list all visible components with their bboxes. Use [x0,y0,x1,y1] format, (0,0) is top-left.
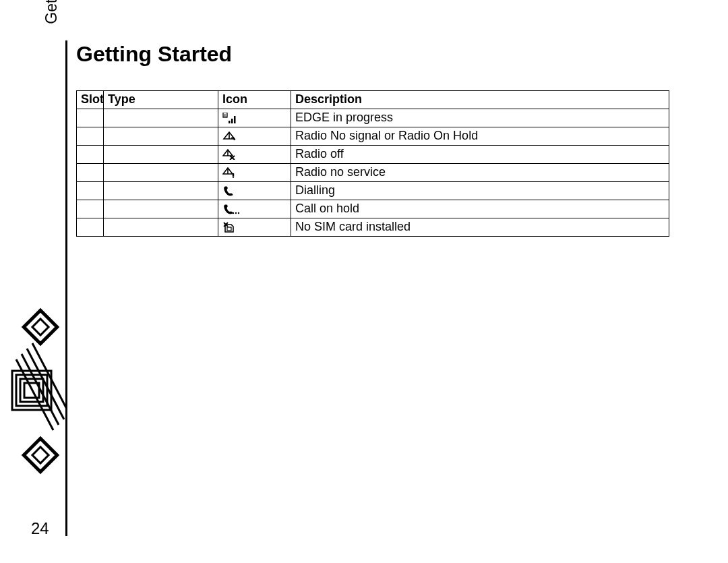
svg-point-17 [238,212,239,213]
cell-type [104,218,218,237]
cell-desc: No SIM card installed [291,218,669,237]
table-row: Dialling [77,182,669,200]
document-page: Getting Started Getting Started Slot Typ… [0,0,728,563]
th-type: Type [104,91,218,109]
cell-slot [77,127,104,146]
table-row: No SIM card installed [77,218,669,237]
edge-progress-icon: E [222,113,237,123]
cell-desc: Dialling [291,182,669,200]
side-tab-label: Getting Started [42,0,61,41]
table-row: Radio no service [77,164,669,182]
table-header-row: Slot Type Icon Description [77,91,669,109]
cell-icon [218,164,291,182]
cell-icon [218,146,291,164]
cell-type [104,127,218,146]
svg-rect-18 [227,227,231,231]
table-row: Radio off [77,146,669,164]
page-number: 24 [31,519,49,538]
cell-icon [218,127,291,146]
cell-slot [77,200,104,218]
cell-type [104,109,218,127]
icon-table: Slot Type Icon Description E [76,90,669,237]
page-title: Getting Started [76,42,232,67]
cell-icon: E [218,109,291,127]
svg-text:E: E [224,113,226,117]
cell-desc: Call on hold [291,200,669,218]
cell-slot [77,218,104,237]
cell-icon [218,218,291,237]
table-row: E EDGE in progress [77,109,669,127]
cell-type [104,182,218,200]
svg-rect-3 [231,119,233,123]
svg-point-15 [233,212,234,213]
svg-point-16 [235,212,237,213]
cell-desc: Radio off [291,146,669,164]
decorative-ornament [8,307,66,482]
radio-off-icon [222,149,236,160]
table-row: Radio No signal or Radio On Hold [77,127,669,146]
cell-desc: EDGE in progress [291,109,669,127]
svg-rect-4 [234,116,236,123]
th-slot: Slot [77,91,104,109]
cell-type [104,146,218,164]
cell-icon [218,200,291,218]
no-sim-icon [222,221,236,233]
cell-desc: Radio No signal or Radio On Hold [291,127,669,146]
svg-rect-2 [229,121,231,123]
cell-icon [218,182,291,200]
cell-desc: Radio no service [291,164,669,182]
svg-point-14 [233,177,234,177]
cell-type [104,200,218,218]
table-row: Call on hold [77,200,669,218]
cell-slot [77,164,104,182]
cell-type [104,164,218,182]
dialling-icon [222,185,235,196]
cell-slot [77,146,104,164]
radio-noservice-icon [222,167,236,178]
th-desc: Description [291,91,669,109]
th-icon: Icon [218,91,291,109]
cell-slot [77,182,104,200]
call-hold-icon [222,204,240,214]
cell-slot [77,109,104,127]
radio-nosignal-icon [222,131,236,142]
